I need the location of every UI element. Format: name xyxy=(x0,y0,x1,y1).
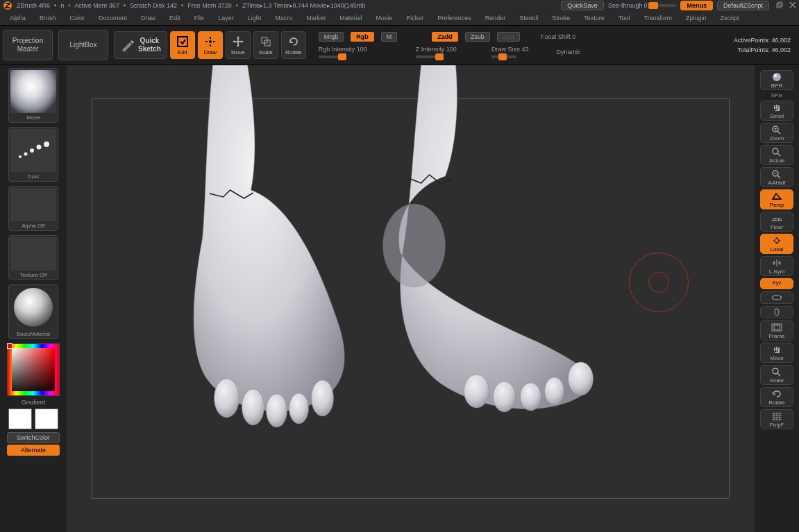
defaultzscript-button[interactable]: DefaultZScript xyxy=(717,1,769,10)
nav-rotate-icon xyxy=(771,389,783,399)
window-restore-icon[interactable] xyxy=(776,1,783,10)
svg-point-14 xyxy=(267,394,287,427)
zadd-toggle[interactable]: Zadd xyxy=(432,32,458,42)
persp-button[interactable]: Persp xyxy=(760,189,793,209)
canvas[interactable] xyxy=(67,65,755,532)
zsub-toggle[interactable]: Zsub xyxy=(465,32,490,42)
stroke-selector[interactable]: Dots xyxy=(8,127,58,182)
menu-stencil[interactable]: Stencil xyxy=(512,12,545,24)
rgb-intensity-label[interactable]: Rgb Intensity 100 xyxy=(319,46,367,53)
menu-layer[interactable]: Layer xyxy=(211,12,241,24)
dynamic-label[interactable]: Dynamic xyxy=(556,49,580,55)
menu-alpha[interactable]: Alpha xyxy=(3,12,33,24)
alpha-selector[interactable]: Alpha Off xyxy=(8,186,58,231)
draw-size-slider[interactable] xyxy=(491,55,516,58)
menu-draw[interactable]: Draw xyxy=(134,12,162,24)
material-selector[interactable]: BasicMaterial xyxy=(8,284,58,339)
quicksave-button[interactable]: QuickSave xyxy=(561,1,604,10)
rot-x-button[interactable] xyxy=(760,291,793,304)
menu-light[interactable]: Light xyxy=(241,12,269,24)
svg-point-20 xyxy=(521,383,541,411)
frame-button[interactable]: Frame xyxy=(760,320,793,341)
switchcolor-button[interactable]: SwitchColor xyxy=(7,432,60,443)
menu-transform[interactable]: Transform xyxy=(637,12,679,24)
svg-point-33 xyxy=(773,368,778,374)
svg-point-15 xyxy=(289,393,309,424)
rotate-mode-button[interactable]: Rotate xyxy=(281,31,306,59)
rgb-intensity-slider[interactable] xyxy=(319,55,344,58)
focal-shift-label[interactable]: Focal Shift 0 xyxy=(541,33,575,40)
lsym-icon xyxy=(771,258,783,268)
svg-point-7 xyxy=(19,155,22,158)
menus-toggle[interactable]: Menus xyxy=(680,1,713,10)
lightbox-button[interactable]: LightBox xyxy=(58,30,108,60)
nav-rotate-button[interactable]: Rotate xyxy=(760,387,793,407)
svg-point-21 xyxy=(545,377,564,405)
z-intensity-slider[interactable] xyxy=(416,55,441,58)
menu-marker[interactable]: Marker xyxy=(299,12,333,24)
projection-master-button[interactable]: Projection Master xyxy=(3,30,53,60)
menu-stroke[interactable]: Stroke xyxy=(545,12,577,24)
gradient-label[interactable]: Gradient xyxy=(2,399,65,406)
title-bar: ZBrush 4R6 •n •Active Mem 367 •Scratch D… xyxy=(0,0,799,11)
menu-brush[interactable]: Brush xyxy=(33,12,63,24)
floor-icon xyxy=(771,214,783,223)
spix-label[interactable]: SPix xyxy=(757,92,797,98)
menu-texture[interactable]: Texture xyxy=(577,12,612,24)
svg-point-24 xyxy=(774,74,777,77)
svg-point-17 xyxy=(383,204,446,287)
seethrough-slider[interactable] xyxy=(648,4,676,7)
quicksketch-button[interactable]: Quick Sketch xyxy=(114,31,167,59)
secondary-color-swatch[interactable] xyxy=(35,409,58,429)
brush-selector[interactable]: Move xyxy=(8,68,58,123)
aahalf-button[interactable]: AAHalf xyxy=(760,167,793,187)
menu-preferences[interactable]: Preferences xyxy=(430,12,478,24)
z-intensity-label[interactable]: Z Intensity 100 xyxy=(416,46,457,53)
rot-y-button[interactable] xyxy=(760,306,793,318)
alternate-button[interactable]: Alternate xyxy=(7,445,60,456)
color-picker[interactable] xyxy=(7,343,60,396)
zcut-toggle[interactable]: Zcut xyxy=(497,32,521,42)
draw-mode-button[interactable]: Draw xyxy=(198,31,223,59)
menu-zplugin[interactable]: Zplugin xyxy=(679,12,714,24)
zoom-button[interactable]: Zoom xyxy=(760,123,793,143)
menu-movie[interactable]: Movie xyxy=(369,12,399,24)
bpr-button[interactable]: BPR xyxy=(760,70,793,90)
menu-tool[interactable]: Tool xyxy=(612,12,637,24)
scale-icon xyxy=(260,35,272,48)
lsym-button[interactable]: L.Sym xyxy=(760,256,793,276)
window-close-icon[interactable] xyxy=(789,1,796,10)
menu-material[interactable]: Material xyxy=(333,12,369,24)
nav-scale-button[interactable]: Scale xyxy=(760,365,793,385)
menu-color[interactable]: Color xyxy=(63,12,92,24)
hand-icon xyxy=(771,103,783,112)
rgb-toggle[interactable]: Rgb xyxy=(351,32,374,42)
edit-mode-button[interactable]: Edit xyxy=(170,31,195,59)
polyf-button[interactable]: PolyF xyxy=(760,409,793,429)
scale-mode-button[interactable]: Scale xyxy=(253,31,278,59)
svg-point-28 xyxy=(775,239,779,243)
texture-selector[interactable]: Texture Off xyxy=(8,235,58,280)
floor-button[interactable]: Floor xyxy=(760,212,793,232)
actual-button[interactable]: Actual xyxy=(760,145,793,165)
scroll-button[interactable]: Scroll xyxy=(760,101,793,121)
mrgb-toggle[interactable]: Mrgb xyxy=(319,32,344,42)
persp-icon xyxy=(771,191,783,201)
m-toggle[interactable]: M xyxy=(381,32,398,42)
menu-macro[interactable]: Macro xyxy=(268,12,299,24)
menu-picker[interactable]: Picker xyxy=(399,12,430,24)
nav-move-button[interactable]: Move xyxy=(760,343,793,363)
draw-size-label[interactable]: Draw Size 43 xyxy=(491,46,529,53)
move-mode-button[interactable]: Move xyxy=(226,31,251,59)
menu-render[interactable]: Render xyxy=(478,12,513,24)
xyz-button[interactable]: Xyz xyxy=(760,278,793,289)
main-color-swatch[interactable] xyxy=(8,409,32,429)
rotate-icon xyxy=(287,35,300,48)
menu-file[interactable]: File xyxy=(187,12,212,24)
local-button[interactable]: Local xyxy=(760,234,793,254)
menu-document[interactable]: Document xyxy=(92,12,134,24)
menu-edit[interactable]: Edit xyxy=(162,12,187,24)
svg-point-23 xyxy=(773,73,781,81)
menu-zscript[interactable]: Zscript xyxy=(714,12,746,24)
current-color-swatch xyxy=(7,343,12,349)
